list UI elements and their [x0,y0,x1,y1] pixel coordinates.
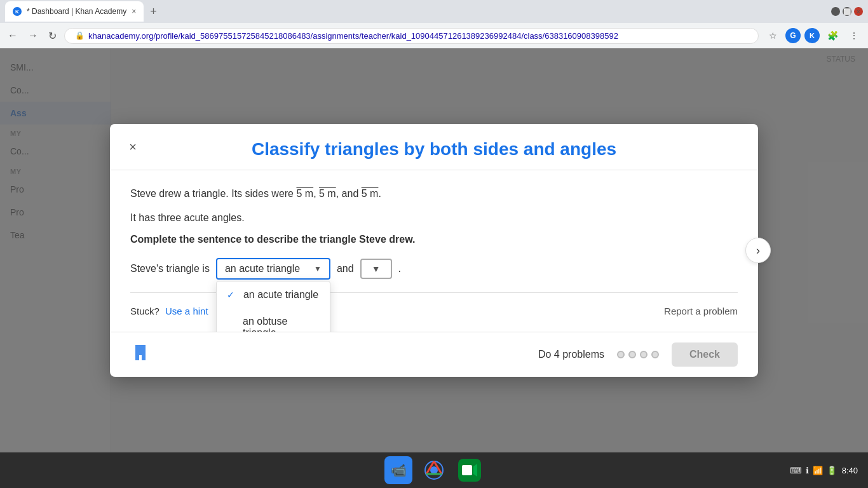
khan-academy-logo [130,342,151,367]
tab-favicon: K [13,7,22,16]
progress-dot-4 [651,351,659,358]
taskbar-time: 8:40 [842,466,858,475]
extension-icon-2[interactable]: K [804,28,820,43]
address-bar-row: ← → ↻ 🔒 khanacademy.org/profile/kaid_586… [0,23,868,48]
dropdown2-chevron-icon: ▼ [372,264,381,274]
sentence-middle: and [337,263,354,274]
progress-dot-3 [640,351,648,358]
tab-title: * Dashboard | Khan Academy [27,7,126,16]
use-hint-link[interactable]: Use a hint [165,306,208,316]
taskbar-right: ⌨ ℹ 📶 🔋 8:40 [790,466,858,475]
dropdown1-option-obtuse-label: an obtuse triangle [243,316,320,332]
taskbar-meet-app[interactable] [456,456,484,484]
extensions-button[interactable]: 🧩 [824,27,841,44]
do-problems-label: Do 4 problems [538,349,604,360]
new-tab-button[interactable]: + [146,5,161,18]
modal-overlay: › × Classify triangles by both sides and… [0,48,868,452]
next-arrow-button[interactable]: › [745,238,771,263]
reload-button[interactable]: ↻ [46,27,59,44]
taskbar: 📹 ⌨ ℹ 📶 🔋 8:40 [0,452,868,488]
modal-body: Steve drew a triangle. Its sides were 5 … [110,170,758,331]
taskbar-info-icon: ℹ [806,466,809,475]
report-problem-link[interactable]: Report a problem [664,306,738,316]
modal-footer: Do 4 problems Check [110,332,758,377]
progress-dots [617,351,659,358]
modal-title: Classify triangles by both sides and ang… [252,139,616,159]
dropdown2-button[interactable]: ▼ [360,259,392,279]
modal-header: × Classify triangles by both sides and a… [110,124,758,170]
taskbar-wifi-icon: 📶 [813,466,823,475]
taskbar-zoom-app[interactable]: 📹 [384,456,412,484]
taskbar-battery-icon: 🔋 [827,466,837,475]
sentence-suffix: . [398,263,401,274]
dropdown1-chevron-icon: ▼ [314,264,322,273]
problem-line2: It has three acute angles. [130,210,738,226]
browser-toolbar-icons: ☆ G K 🧩 ⋮ [764,27,863,44]
extension-icon-1[interactable]: G [785,28,801,43]
forward-button[interactable]: → [25,27,41,44]
modal-dialog: × Classify triangles by both sides and a… [110,124,758,376]
address-bar[interactable]: 🔒 khanacademy.org/profile/kaid_586975515… [64,28,759,44]
modal-close-button[interactable]: × [123,137,143,157]
stuck-label: Stuck? Use a hint [130,306,208,316]
dropdown1-button[interactable]: an acute triangle ▼ [216,258,330,280]
progress-dot-2 [628,351,636,358]
browser-chrome: K * Dashboard | Khan Academy × + — ⬜ × ←… [0,0,868,48]
close-window-button[interactable]: × [854,7,863,16]
taskbar-chrome-app[interactable] [420,456,448,484]
menu-button[interactable]: ⋮ [845,27,863,44]
check-button[interactable]: Check [672,342,738,367]
tab-bar: K * Dashboard | Khan Academy × + — ⬜ × [0,0,868,23]
back-button[interactable]: ← [5,27,20,44]
checkmark-icon: ✓ [227,290,237,300]
bookmark-icon[interactable]: ☆ [764,27,782,44]
dropdown2-wrapper: ▼ [360,259,392,279]
minimize-button[interactable]: — [831,7,840,16]
svg-rect-3 [462,465,472,475]
question-label: Complete the sentence to describe the tr… [130,234,738,245]
dropdown1-menu: ✓ an acute triangle ✓ an obtuse triangle… [216,281,330,332]
maximize-button[interactable]: ⬜ [843,7,851,16]
url-text: khanacademy.org/profile/kaid_58697551572… [88,31,618,41]
lock-icon: 🔒 [75,31,85,40]
dropdown1-option-obtuse[interactable]: ✓ an obtuse triangle [217,308,330,332]
problem-line1: Steve drew a triangle. Its sides were 5 … [130,186,738,202]
window-controls: — ⬜ × [831,7,863,16]
progress-dot-1 [617,351,625,358]
active-tab[interactable]: K * Dashboard | Khan Academy × [5,1,144,22]
dropdown1-selected-value: an acute triangle [225,263,300,274]
answer-row: Steve's triangle is an acute triangle ▼ … [130,258,738,280]
dropdown1-option-acute-label: an acute triangle [243,289,318,301]
taskbar-icons: ⌨ ℹ 📶 🔋 [790,466,837,475]
main-content: SMI... Co... Ass MY Co... MY Pro Pro Tea… [0,48,868,452]
dropdown1-option-acute[interactable]: ✓ an acute triangle [217,281,330,308]
taskbar-keyboard-icon: ⌨ [790,466,802,475]
dropdown1-wrapper: an acute triangle ▼ ✓ an acute triangle … [216,258,330,280]
tab-close-button[interactable]: × [132,7,136,16]
sentence-prefix: Steve's triangle is [130,263,210,274]
